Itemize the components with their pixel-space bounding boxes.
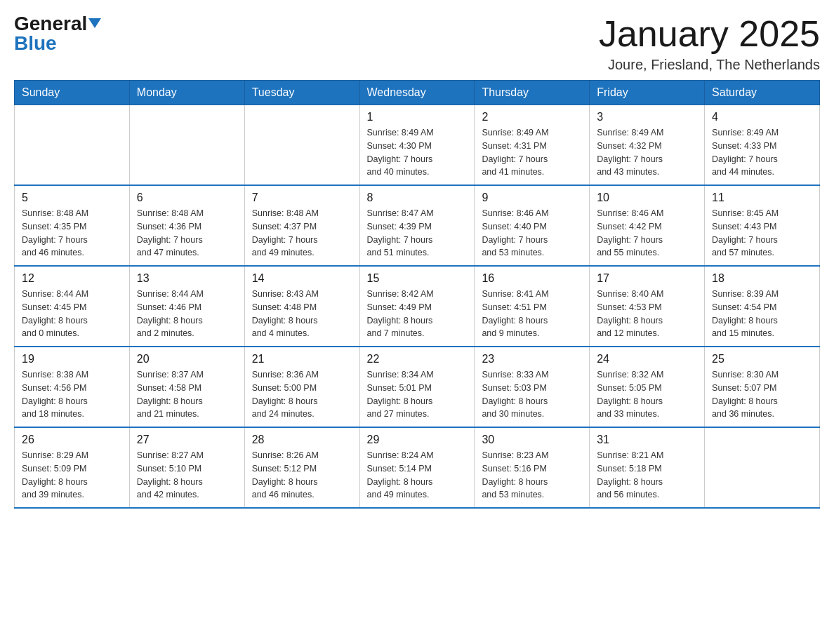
calendar-cell: 30Sunrise: 8:23 AMSunset: 5:16 PMDayligh…: [475, 427, 590, 508]
day-info: Sunrise: 8:49 AMSunset: 4:32 PMDaylight:…: [597, 126, 697, 179]
day-number: 26: [22, 434, 122, 446]
calendar-header-saturday: Saturday: [705, 81, 820, 105]
day-info: Sunrise: 8:48 AMSunset: 4:37 PMDaylight:…: [252, 207, 352, 260]
calendar-header-tuesday: Tuesday: [244, 81, 359, 105]
day-info: Sunrise: 8:29 AMSunset: 5:09 PMDaylight:…: [22, 449, 122, 502]
day-number: 18: [712, 272, 812, 285]
day-number: 15: [367, 272, 468, 285]
calendar-cell: [705, 427, 820, 508]
title-block: January 2025 Joure, Friesland, The Nethe…: [599, 14, 820, 73]
calendar-cell: 23Sunrise: 8:33 AMSunset: 5:03 PMDayligh…: [475, 347, 590, 427]
calendar-cell: 15Sunrise: 8:42 AMSunset: 4:49 PMDayligh…: [359, 266, 475, 347]
day-number: 14: [252, 272, 352, 285]
day-info: Sunrise: 8:34 AMSunset: 5:01 PMDaylight:…: [367, 368, 468, 421]
calendar-cell: 8Sunrise: 8:47 AMSunset: 4:39 PMDaylight…: [359, 185, 475, 266]
day-info: Sunrise: 8:45 AMSunset: 4:43 PMDaylight:…: [712, 207, 812, 260]
day-number: 27: [137, 434, 237, 446]
calendar-cell: 9Sunrise: 8:46 AMSunset: 4:40 PMDaylight…: [475, 185, 590, 266]
calendar-cell: 22Sunrise: 8:34 AMSunset: 5:01 PMDayligh…: [359, 347, 475, 427]
day-number: 2: [482, 111, 582, 123]
calendar-cell: 13Sunrise: 8:44 AMSunset: 4:46 PMDayligh…: [129, 266, 244, 347]
calendar-cell: 19Sunrise: 8:38 AMSunset: 4:56 PMDayligh…: [15, 347, 130, 427]
calendar-cell: 24Sunrise: 8:32 AMSunset: 5:05 PMDayligh…: [590, 347, 705, 427]
logo-triangle-icon: [88, 18, 101, 28]
day-number: 9: [482, 192, 582, 204]
day-number: 31: [597, 434, 697, 446]
calendar-cell: 1Sunrise: 8:49 AMSunset: 4:30 PMDaylight…: [359, 105, 475, 186]
day-number: 11: [712, 192, 812, 204]
calendar-cell: 12Sunrise: 8:44 AMSunset: 4:45 PMDayligh…: [15, 266, 130, 347]
logo-name: General: [14, 14, 101, 34]
day-info: Sunrise: 8:33 AMSunset: 5:03 PMDaylight:…: [482, 368, 582, 421]
calendar-header-row: SundayMondayTuesdayWednesdayThursdayFrid…: [15, 81, 820, 105]
subtitle: Joure, Friesland, The Netherlands: [599, 57, 820, 73]
day-info: Sunrise: 8:48 AMSunset: 4:35 PMDaylight:…: [22, 207, 122, 260]
calendar-cell: 4Sunrise: 8:49 AMSunset: 4:33 PMDaylight…: [705, 105, 820, 186]
day-number: 3: [597, 111, 697, 123]
calendar-header-wednesday: Wednesday: [359, 81, 475, 105]
day-info: Sunrise: 8:39 AMSunset: 4:54 PMDaylight:…: [712, 288, 812, 340]
day-info: Sunrise: 8:49 AMSunset: 4:33 PMDaylight:…: [712, 126, 812, 179]
day-info: Sunrise: 8:38 AMSunset: 4:56 PMDaylight:…: [22, 368, 122, 421]
day-number: 16: [482, 272, 582, 285]
day-info: Sunrise: 8:47 AMSunset: 4:39 PMDaylight:…: [367, 207, 468, 260]
day-number: 1: [367, 111, 468, 123]
calendar-cell: 18Sunrise: 8:39 AMSunset: 4:54 PMDayligh…: [705, 266, 820, 347]
calendar-cell: 16Sunrise: 8:41 AMSunset: 4:51 PMDayligh…: [475, 266, 590, 347]
day-number: 24: [597, 353, 697, 365]
day-info: Sunrise: 8:44 AMSunset: 4:46 PMDaylight:…: [137, 288, 237, 340]
calendar-cell: 6Sunrise: 8:48 AMSunset: 4:36 PMDaylight…: [129, 185, 244, 266]
calendar-cell: 27Sunrise: 8:27 AMSunset: 5:10 PMDayligh…: [129, 427, 244, 508]
day-number: 19: [22, 353, 122, 365]
day-info: Sunrise: 8:49 AMSunset: 4:31 PMDaylight:…: [482, 126, 582, 179]
day-info: Sunrise: 8:24 AMSunset: 5:14 PMDaylight:…: [367, 449, 468, 502]
calendar-cell: 25Sunrise: 8:30 AMSunset: 5:07 PMDayligh…: [705, 347, 820, 427]
calendar-cell: [244, 105, 359, 186]
day-number: 8: [367, 192, 468, 204]
calendar-week-row: 5Sunrise: 8:48 AMSunset: 4:35 PMDaylight…: [15, 185, 820, 266]
day-number: 22: [367, 353, 468, 365]
day-number: 12: [22, 272, 122, 285]
calendar-cell: 17Sunrise: 8:40 AMSunset: 4:53 PMDayligh…: [590, 266, 705, 347]
day-info: Sunrise: 8:27 AMSunset: 5:10 PMDaylight:…: [137, 449, 237, 502]
calendar-week-row: 12Sunrise: 8:44 AMSunset: 4:45 PMDayligh…: [15, 266, 820, 347]
day-info: Sunrise: 8:40 AMSunset: 4:53 PMDaylight:…: [597, 288, 697, 340]
day-info: Sunrise: 8:21 AMSunset: 5:18 PMDaylight:…: [597, 449, 697, 502]
calendar-cell: [15, 105, 130, 186]
day-number: 23: [482, 353, 582, 365]
calendar-header-monday: Monday: [129, 81, 244, 105]
calendar-cell: 14Sunrise: 8:43 AMSunset: 4:48 PMDayligh…: [244, 266, 359, 347]
calendar-header-sunday: Sunday: [15, 81, 130, 105]
day-info: Sunrise: 8:36 AMSunset: 5:00 PMDaylight:…: [252, 368, 352, 421]
calendar-cell: 3Sunrise: 8:49 AMSunset: 4:32 PMDaylight…: [590, 105, 705, 186]
day-info: Sunrise: 8:43 AMSunset: 4:48 PMDaylight:…: [252, 288, 352, 340]
logo-general: General: [14, 13, 87, 34]
calendar-cell: 2Sunrise: 8:49 AMSunset: 4:31 PMDaylight…: [475, 105, 590, 186]
calendar-cell: 20Sunrise: 8:37 AMSunset: 4:58 PMDayligh…: [129, 347, 244, 427]
day-info: Sunrise: 8:46 AMSunset: 4:42 PMDaylight:…: [597, 207, 697, 260]
day-number: 4: [712, 111, 812, 123]
day-info: Sunrise: 8:26 AMSunset: 5:12 PMDaylight:…: [252, 449, 352, 502]
day-number: 20: [137, 353, 237, 365]
day-number: 28: [252, 434, 352, 446]
day-info: Sunrise: 8:41 AMSunset: 4:51 PMDaylight:…: [482, 288, 582, 340]
calendar-cell: [129, 105, 244, 186]
day-info: Sunrise: 8:44 AMSunset: 4:45 PMDaylight:…: [22, 288, 122, 340]
calendar-cell: 10Sunrise: 8:46 AMSunset: 4:42 PMDayligh…: [590, 185, 705, 266]
day-number: 13: [137, 272, 237, 285]
calendar-cell: 29Sunrise: 8:24 AMSunset: 5:14 PMDayligh…: [359, 427, 475, 508]
logo: General Blue: [14, 14, 101, 53]
calendar-week-row: 19Sunrise: 8:38 AMSunset: 4:56 PMDayligh…: [15, 347, 820, 427]
day-number: 21: [252, 353, 352, 365]
day-info: Sunrise: 8:49 AMSunset: 4:30 PMDaylight:…: [367, 126, 468, 179]
day-info: Sunrise: 8:48 AMSunset: 4:36 PMDaylight:…: [137, 207, 237, 260]
day-number: 17: [597, 272, 697, 285]
calendar-cell: 7Sunrise: 8:48 AMSunset: 4:37 PMDaylight…: [244, 185, 359, 266]
calendar-week-row: 1Sunrise: 8:49 AMSunset: 4:30 PMDaylight…: [15, 105, 820, 186]
calendar-header-thursday: Thursday: [475, 81, 590, 105]
day-number: 6: [137, 192, 237, 204]
calendar-cell: 26Sunrise: 8:29 AMSunset: 5:09 PMDayligh…: [15, 427, 130, 508]
calendar-cell: 28Sunrise: 8:26 AMSunset: 5:12 PMDayligh…: [244, 427, 359, 508]
day-number: 29: [367, 434, 468, 446]
page-header: General Blue January 2025 Joure, Friesla…: [14, 14, 820, 73]
